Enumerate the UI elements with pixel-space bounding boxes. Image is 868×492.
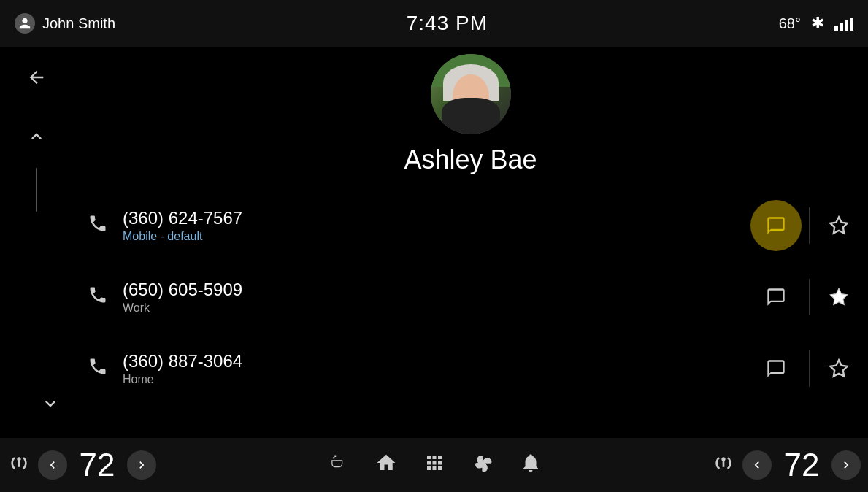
- divider-3: [809, 350, 810, 387]
- phone-info-3: (360) 887-3064 Home: [123, 351, 750, 386]
- temp-increase-left[interactable]: [127, 450, 156, 480]
- favorite-button-1[interactable]: [817, 204, 861, 247]
- contact-name: Ashley Bae: [404, 145, 537, 175]
- divider-1: [809, 207, 810, 244]
- left-sidebar: [0, 47, 73, 492]
- phone-label-1: Mobile - default: [123, 230, 750, 243]
- center-content: Ashley Bae (360) 624-7567 Mobile - defau…: [73, 47, 868, 492]
- bottom-nav: [327, 452, 542, 479]
- main-content: Ashley Bae (360) 624-7567 Mobile - defau…: [0, 47, 868, 492]
- table-row: (360) 887-3064 Home: [73, 333, 868, 404]
- status-bar: John Smith 7:43 PM 68° ✱: [0, 0, 868, 47]
- row-actions-1: [750, 200, 861, 251]
- apps-icon[interactable]: [423, 452, 445, 479]
- heat-right-icon: [712, 453, 735, 477]
- seat-heat-icon[interactable]: [327, 452, 349, 479]
- phone-icon-1: [88, 213, 108, 239]
- user-name: John Smith: [42, 15, 115, 32]
- favorite-button-3[interactable]: [817, 347, 861, 391]
- message-button-1[interactable]: [750, 200, 802, 251]
- divider-2: [809, 279, 810, 315]
- contact-avatar: [431, 54, 511, 134]
- status-right: 68° ✱: [779, 14, 853, 33]
- temperature-display: 68°: [779, 15, 801, 32]
- bottom-bar: 72: [0, 438, 868, 492]
- back-button[interactable]: [20, 61, 53, 99]
- temp-increase-right[interactable]: [831, 450, 861, 480]
- phone-number-1: (360) 624-7567: [123, 208, 750, 228]
- phone-label-2: Work: [123, 301, 750, 315]
- message-button-3[interactable]: [750, 343, 802, 394]
- table-row: (360) 624-7567 Mobile - default: [73, 190, 868, 261]
- table-row: (650) 605-5909 Work: [73, 261, 868, 333]
- row-actions-2: [750, 272, 861, 323]
- temp-value-right: 72: [776, 447, 827, 483]
- user-avatar-icon: [15, 13, 35, 34]
- phone-number-3: (360) 887-3064: [123, 351, 750, 372]
- scroll-indicator: [36, 168, 37, 212]
- home-icon[interactable]: [375, 452, 397, 479]
- message-button-2[interactable]: [750, 272, 802, 323]
- scroll-up-button[interactable]: [20, 120, 53, 158]
- left-temp-control: 72: [7, 447, 156, 483]
- temp-decrease-right[interactable]: [742, 450, 772, 480]
- scroll-down-button[interactable]: [40, 393, 61, 419]
- status-left: John Smith: [15, 13, 115, 34]
- right-temp-control: 72: [712, 447, 861, 483]
- temp-value-left: 72: [72, 447, 123, 483]
- phone-icon-3: [88, 356, 108, 382]
- phone-number-2: (650) 605-5909: [123, 280, 750, 300]
- phone-icon-2: [88, 285, 108, 310]
- row-actions-3: [750, 343, 861, 394]
- favorite-button-2[interactable]: [817, 275, 861, 319]
- clock: 7:43 PM: [407, 12, 488, 35]
- phone-info-1: (360) 624-7567 Mobile - default: [123, 208, 750, 243]
- phone-list: (360) 624-7567 Mobile - default: [73, 190, 868, 404]
- fan-icon[interactable]: [472, 452, 493, 479]
- temp-decrease-left[interactable]: [38, 450, 67, 480]
- phone-info-2: (650) 605-5909 Work: [123, 280, 750, 315]
- bluetooth-icon: ✱: [811, 14, 824, 33]
- signal-icon: [834, 16, 853, 31]
- phone-label-3: Home: [123, 373, 750, 386]
- heat-left-icon: [7, 453, 31, 477]
- bell-icon[interactable]: [520, 452, 542, 479]
